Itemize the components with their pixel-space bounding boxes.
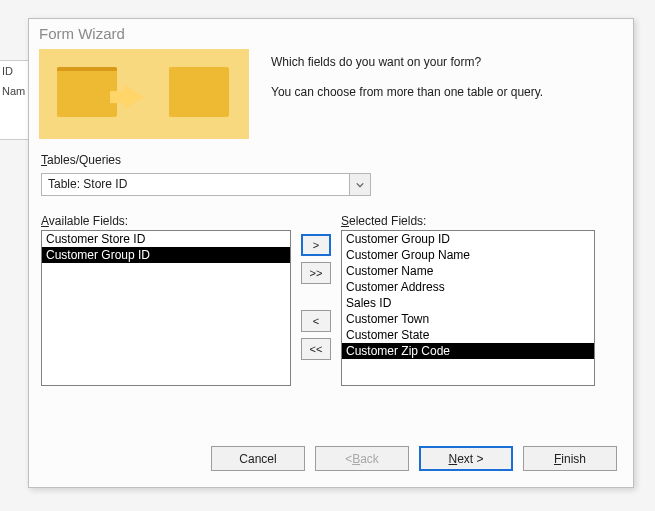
intro-line-1: Which fields do you want on your form? bbox=[271, 55, 543, 69]
remove-field-button[interactable]: < bbox=[301, 310, 331, 332]
add-all-fields-button[interactable]: >> bbox=[301, 262, 331, 284]
list-item[interactable]: Sales ID bbox=[342, 295, 594, 311]
form-wizard-dialog: Form Wizard Which fields do you want on … bbox=[28, 18, 634, 488]
bg-text-name: Nam bbox=[0, 81, 29, 101]
list-item[interactable]: Customer Store ID bbox=[42, 231, 290, 247]
list-item[interactable]: Customer Group ID bbox=[342, 231, 594, 247]
tables-queries-label: Tables/Queries bbox=[41, 153, 621, 167]
cancel-button[interactable]: Cancel bbox=[211, 446, 305, 471]
background-panel: ID Nam bbox=[0, 60, 30, 140]
wizard-illustration bbox=[39, 49, 249, 139]
available-fields-label: Available Fields: bbox=[41, 214, 291, 228]
wizard-button-row: Cancel < Back Next > Finish bbox=[29, 428, 633, 487]
selected-fields-listbox[interactable]: Customer Group IDCustomer Group NameCust… bbox=[341, 230, 595, 386]
list-item[interactable]: Customer Name bbox=[342, 263, 594, 279]
tables-queries-value[interactable]: Table: Store ID bbox=[41, 173, 349, 196]
add-field-button[interactable]: > bbox=[301, 234, 331, 256]
intro-line-2: You can choose from more than one table … bbox=[271, 85, 543, 99]
list-item[interactable]: Customer Town bbox=[342, 311, 594, 327]
finish-button[interactable]: Finish bbox=[523, 446, 617, 471]
list-item[interactable]: Customer State bbox=[342, 327, 594, 343]
bg-text-id: ID bbox=[0, 61, 29, 81]
next-button[interactable]: Next > bbox=[419, 446, 513, 471]
wizard-intro: Which fields do you want on your form? Y… bbox=[271, 49, 543, 139]
list-item[interactable]: Customer Group ID bbox=[42, 247, 290, 263]
tables-queries-combo[interactable]: Table: Store ID bbox=[41, 173, 371, 196]
chevron-down-icon bbox=[356, 181, 364, 189]
dialog-title: Form Wizard bbox=[29, 19, 633, 49]
selected-fields-label: Selected Fields: bbox=[341, 214, 595, 228]
tables-queries-dropdown-button[interactable] bbox=[349, 173, 371, 196]
list-item[interactable]: Customer Address bbox=[342, 279, 594, 295]
back-button[interactable]: < Back bbox=[315, 446, 409, 471]
list-item[interactable]: Customer Zip Code bbox=[342, 343, 594, 359]
list-item[interactable]: Customer Group Name bbox=[342, 247, 594, 263]
available-fields-listbox[interactable]: Customer Store IDCustomer Group ID bbox=[41, 230, 291, 386]
remove-all-fields-button[interactable]: << bbox=[301, 338, 331, 360]
